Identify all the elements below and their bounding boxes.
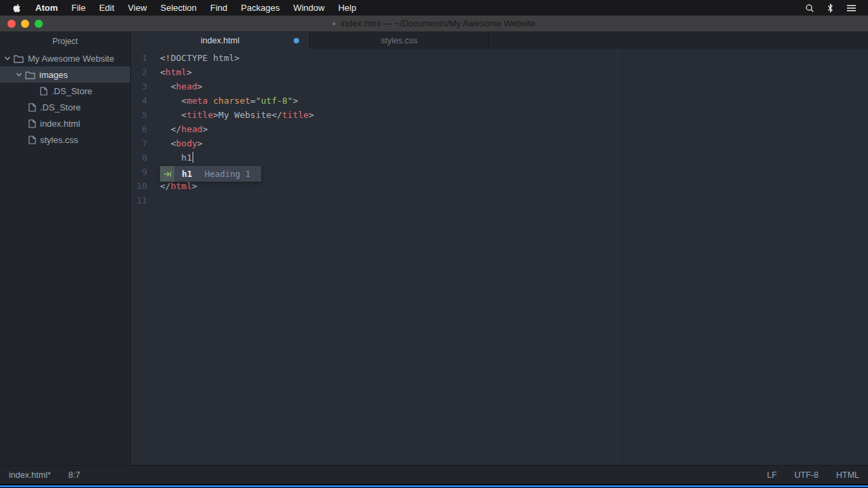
- menu-item-find[interactable]: Find: [203, 3, 234, 13]
- spotlight-search-icon[interactable]: [799, 3, 821, 13]
- tree-item-styles-css[interactable]: styles.css: [0, 131, 130, 148]
- menu-item-packages[interactable]: Packages: [234, 3, 286, 13]
- code-token: title: [282, 110, 309, 120]
- tab-index-html[interactable]: index.html: [131, 32, 310, 49]
- document-edited-dot-icon: •: [332, 19, 336, 28]
- menu-item-window[interactable]: Window: [286, 3, 331, 13]
- code-token: head: [176, 81, 197, 92]
- menu-item-view[interactable]: View: [121, 3, 154, 13]
- tab-styles-css[interactable]: styles.css: [310, 32, 489, 49]
- code-line-2[interactable]: <html>: [160, 65, 868, 79]
- file-icon: [40, 87, 47, 96]
- code-line-6[interactable]: </head>: [160, 122, 868, 136]
- line-number: 10: [131, 179, 147, 193]
- tree-item--ds-store[interactable]: .DS_Store: [0, 99, 130, 115]
- tree-item-images[interactable]: images: [0, 66, 130, 83]
- autocomplete-popup[interactable]: h1 Heading 1: [160, 166, 261, 182]
- code-token: <!DOCTYPE html>: [160, 53, 239, 63]
- editor[interactable]: 1234567891011 <!DOCTYPE html><html> <hea…: [131, 49, 868, 465]
- zoom-window-button[interactable]: [35, 20, 43, 28]
- tab-modified-dot-icon[interactable]: [294, 38, 299, 43]
- menu-item-selection[interactable]: Selection: [154, 3, 203, 13]
- code-line-4[interactable]: <meta charset="utf-8">: [160, 94, 868, 108]
- menu-items: AtomFileEditViewSelectionFindPackagesWin…: [28, 3, 363, 13]
- project-header: Project: [0, 32, 130, 50]
- line-number: 2: [131, 65, 147, 79]
- code-line-10[interactable]: </html>: [160, 179, 868, 193]
- code-token: html: [165, 67, 186, 77]
- window-title-bar[interactable]: • index.html — ~/Documents/My Awesome We…: [0, 16, 868, 32]
- code-token: >: [213, 110, 218, 120]
- status-right: LF UTF-8 HTML: [767, 470, 859, 480]
- tree-item-label: My Awesome Website: [28, 54, 114, 64]
- code-token: =: [250, 96, 256, 106]
- code-token: <: [160, 81, 176, 92]
- tab-label: styles.css: [380, 36, 417, 45]
- tab-bar: index.htmlstyles.css: [131, 32, 868, 49]
- folder-icon: [25, 70, 35, 79]
- code-line-5[interactable]: <title>My Website</title>: [160, 108, 868, 122]
- code-token: </: [160, 124, 181, 134]
- code-token: >: [186, 67, 192, 77]
- code-token: >: [197, 81, 203, 92]
- tree-list: My Awesome Websiteimages.DS_Store.DS_Sto…: [0, 50, 130, 148]
- status-file-name[interactable]: index.html*: [9, 470, 51, 480]
- code-token: html: [171, 181, 192, 191]
- code-token: >: [197, 138, 203, 148]
- autocomplete-match[interactable]: h1: [174, 166, 205, 182]
- cursor-position[interactable]: 8:7: [68, 470, 80, 480]
- tree-item-label: index.html: [40, 119, 80, 129]
- line-ending-indicator[interactable]: LF: [767, 470, 777, 480]
- code-token: meta: [186, 96, 208, 106]
- menu-item-file[interactable]: File: [64, 3, 92, 13]
- encoding-indicator[interactable]: UTF-8: [795, 470, 818, 480]
- code-lines[interactable]: <!DOCTYPE html><html> <head> <meta chars…: [160, 51, 868, 207]
- code-token: My Website: [218, 110, 271, 120]
- bluetooth-icon[interactable]: [821, 3, 840, 13]
- menu-item-edit[interactable]: Edit: [92, 3, 121, 13]
- code-token: >: [309, 110, 314, 120]
- window-title: • index.html — ~/Documents/My Awesome We…: [0, 18, 868, 28]
- code-token: </: [160, 181, 171, 191]
- code-token: h1: [181, 152, 192, 163]
- code-token: <: [160, 110, 186, 120]
- tree-item--ds-store[interactable]: .DS_Store: [0, 83, 130, 99]
- menu-item-help[interactable]: Help: [332, 3, 363, 13]
- chevron-down-icon[interactable]: [16, 71, 22, 78]
- code-token: head: [181, 124, 202, 134]
- menu-item-atom[interactable]: Atom: [28, 3, 64, 13]
- tree-view-sidebar: Project My Awesome Websiteimages.DS_Stor…: [0, 32, 131, 465]
- code-line-9[interactable]: [160, 165, 868, 179]
- chevron-down-icon[interactable]: [4, 55, 11, 62]
- snippet-tab-icon: [160, 166, 174, 182]
- minimize-window-button[interactable]: [21, 20, 29, 28]
- tree-item-label: styles.css: [40, 135, 78, 145]
- video-progress-bar[interactable]: [0, 485, 868, 487]
- tree-item-label: images: [39, 70, 68, 80]
- code-line-1[interactable]: <!DOCTYPE html>: [160, 51, 868, 65]
- line-number: 6: [131, 122, 147, 136]
- tree-item-label: .DS_Store: [52, 86, 92, 96]
- bottom-strip: [0, 484, 868, 488]
- grammar-indicator[interactable]: HTML: [836, 470, 859, 480]
- line-number: 7: [131, 136, 147, 150]
- tree-item-my-awesome-website[interactable]: My Awesome Website: [0, 50, 130, 66]
- code-token: "utf-8": [256, 96, 293, 106]
- status-left: index.html* 8:7: [9, 470, 80, 480]
- code-line-8[interactable]: h1: [160, 150, 868, 165]
- code-line-3[interactable]: <head>: [160, 79, 868, 94]
- code-line-11[interactable]: [160, 193, 868, 207]
- status-bar: index.html* 8:7 LF UTF-8 HTML: [0, 465, 868, 484]
- code-token: >: [192, 181, 197, 191]
- code-token: >: [293, 96, 298, 106]
- window-controls: [7, 20, 43, 28]
- line-number: 1: [131, 51, 147, 65]
- notification-center-icon[interactable]: [840, 3, 863, 13]
- window-title-text: index.html — ~/Documents/My Awesome Webs…: [340, 18, 535, 28]
- code-line-7[interactable]: <body>: [160, 136, 868, 150]
- code-token: <: [160, 138, 176, 148]
- apple-menu-icon[interactable]: [5, 3, 28, 14]
- close-window-button[interactable]: [7, 20, 16, 28]
- tree-item-index-html[interactable]: index.html: [0, 115, 130, 131]
- code-token: [160, 152, 181, 163]
